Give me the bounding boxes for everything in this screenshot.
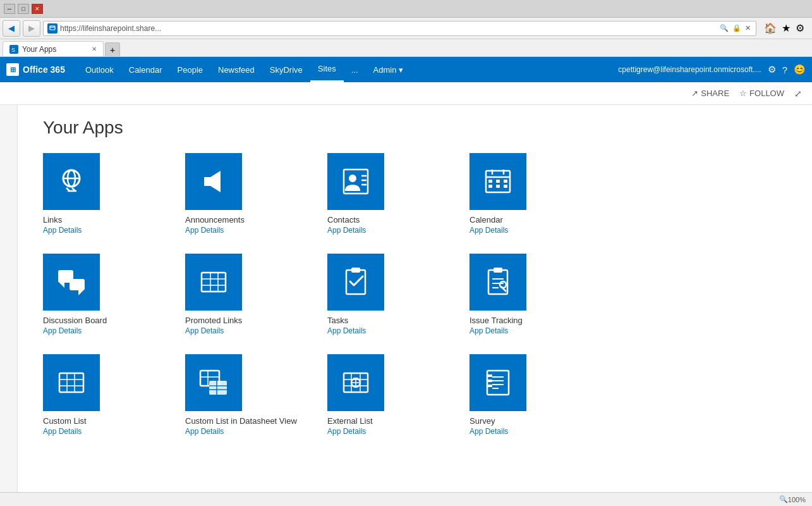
nav-newsfeed[interactable]: Newsfeed <box>210 57 262 82</box>
active-tab[interactable]: S Your Apps ✕ <box>3 41 104 56</box>
app-promoted-details[interactable]: App Details <box>185 326 224 335</box>
forward-button[interactable]: ▶ <box>23 20 40 37</box>
app-issue-icon[interactable] <box>470 254 526 311</box>
app-datasheet: Custom List in Datasheet View App Detail… <box>185 354 302 436</box>
app-external-details[interactable]: App Details <box>327 427 366 436</box>
app-tasks: Tasks App Details <box>327 254 444 335</box>
app-promoted-icon[interactable] <box>185 254 242 311</box>
svg-point-42 <box>500 281 506 288</box>
app-contacts-details[interactable]: App Details <box>327 226 366 235</box>
new-tab-button[interactable]: + <box>105 42 120 56</box>
window-controls: ─ □ ✕ <box>4 4 43 14</box>
svg-marker-26 <box>59 283 64 288</box>
nav-more[interactable]: ... <box>344 57 366 82</box>
o365-nav: Outlook Calendar People Newsfeed SkyDriv… <box>78 57 618 82</box>
address-actions: 🔍 🔒 ✕ <box>718 24 752 32</box>
app-announcements-details[interactable]: App Details <box>185 226 224 235</box>
status-bar: 🔍 100% <box>0 492 812 506</box>
close-button[interactable]: ✕ <box>32 4 43 14</box>
app-links-name: Links <box>43 215 62 225</box>
svg-rect-68 <box>487 374 492 377</box>
o365-logo: ⊞ Office 365 <box>6 63 65 76</box>
app-links: Links App Details <box>43 153 160 235</box>
expand-icon[interactable]: ⤢ <box>794 89 802 99</box>
app-contacts-icon[interactable] <box>327 153 384 210</box>
share-label: SHARE <box>701 89 729 98</box>
app-announcements-name: Announcements <box>185 215 245 225</box>
app-announcements-icon[interactable] <box>185 153 242 210</box>
tab-favicon: S <box>9 45 18 54</box>
title-bar: ─ □ ✕ <box>0 0 812 18</box>
refresh-btn[interactable]: ✕ <box>744 24 752 32</box>
app-survey: Survey App Details <box>470 354 586 436</box>
app-tasks-details[interactable]: App Details <box>327 326 366 335</box>
tab-title: Your Apps <box>22 45 56 54</box>
share-icon: ↗ <box>691 89 698 98</box>
o365-settings-icon[interactable]: ⚙ <box>768 64 776 75</box>
app-announcements: Announcements App Details <box>185 153 302 235</box>
app-survey-details[interactable]: App Details <box>470 427 508 436</box>
svg-rect-19 <box>488 180 492 183</box>
svg-marker-9 <box>204 171 221 192</box>
tab-bar: S Your Apps ✕ + <box>0 39 812 57</box>
app-calendar-details[interactable]: App Details <box>470 226 508 235</box>
app-external-icon[interactable] <box>327 354 384 411</box>
settings-icon[interactable]: ⚙ <box>796 22 804 34</box>
nav-admin[interactable]: Admin ▾ <box>366 57 411 82</box>
app-issue-details[interactable]: App Details <box>470 326 508 335</box>
app-survey-name: Survey <box>470 416 495 426</box>
share-button[interactable]: ↗ SHARE <box>691 89 729 98</box>
svg-rect-43 <box>59 373 83 392</box>
zoom-level: 100% <box>788 496 806 503</box>
app-external: External List App Details <box>327 354 444 436</box>
app-links-details[interactable]: App Details <box>43 226 82 235</box>
app-tasks-icon[interactable] <box>327 254 384 311</box>
sub-header: ↗ SHARE ☆ FOLLOW ⤢ <box>0 82 812 105</box>
app-issue: Issue Tracking App Details <box>470 254 586 335</box>
star-icon: ☆ <box>739 89 747 98</box>
o365-right: cpettigrew@lifeinsharepoint.onmicrosoft.… <box>618 64 806 75</box>
app-promoted-name: Promoted Links <box>185 316 242 325</box>
address-bar[interactable]: https://lifeinsharepoint.share... 🔍 🔒 ✕ <box>43 21 756 36</box>
follow-button[interactable]: ☆ FOLLOW <box>739 89 784 98</box>
app-discussion-icon[interactable] <box>43 254 100 311</box>
nav-sites[interactable]: Sites <box>310 57 344 82</box>
nav-bar: ◀ ▶ https://lifeinsharepoint.share... 🔍 … <box>0 18 812 39</box>
lock-btn[interactable]: 🔒 <box>731 24 742 32</box>
app-customlist-name: Custom List <box>43 416 87 426</box>
o365-logo-icon: ⊞ <box>6 63 19 76</box>
svg-marker-28 <box>78 290 83 295</box>
o365-user-icon[interactable]: 😊 <box>794 64 806 75</box>
nav-skydrive[interactable]: SkyDrive <box>262 57 310 82</box>
nav-calendar[interactable]: Calendar <box>121 57 170 82</box>
minimize-button[interactable]: ─ <box>4 4 15 14</box>
app-survey-icon[interactable] <box>470 354 526 411</box>
app-calendar-icon[interactable] <box>470 153 526 210</box>
maximize-button[interactable]: □ <box>18 4 29 14</box>
back-button[interactable]: ◀ <box>3 20 20 37</box>
app-issue-name: Issue Tracking <box>470 316 523 325</box>
nav-people[interactable]: People <box>170 57 210 82</box>
svg-rect-35 <box>351 268 360 273</box>
app-grid: Links App Details Announcements App Deta… <box>43 153 787 436</box>
nav-outlook[interactable]: Outlook <box>78 57 121 82</box>
app-discussion-details[interactable]: App Details <box>43 326 82 335</box>
app-customlist-icon[interactable] <box>43 354 100 411</box>
app-contacts: Contacts App Details <box>327 153 444 235</box>
o365-help-icon[interactable]: ? <box>782 65 787 75</box>
o365-logo-text: Office 365 <box>23 65 65 75</box>
app-customlist-details[interactable]: App Details <box>43 427 82 436</box>
svg-rect-0 <box>50 26 55 30</box>
nav-icons-right: 🏠 ★ ⚙ <box>759 22 809 34</box>
sidebar <box>0 105 18 492</box>
tab-close-button[interactable]: ✕ <box>92 46 97 52</box>
search-addr-btn[interactable]: 🔍 <box>718 24 730 32</box>
app-links-icon[interactable] <box>43 153 100 210</box>
app-datasheet-icon[interactable] <box>185 354 242 411</box>
app-datasheet-details[interactable]: App Details <box>185 427 224 436</box>
favorites-icon[interactable]: ★ <box>782 22 791 34</box>
svg-rect-63 <box>487 371 509 395</box>
home-icon[interactable]: 🏠 <box>764 22 777 34</box>
svg-rect-23 <box>496 185 500 188</box>
url-text: https://lifeinsharepoint.share... <box>60 24 718 33</box>
